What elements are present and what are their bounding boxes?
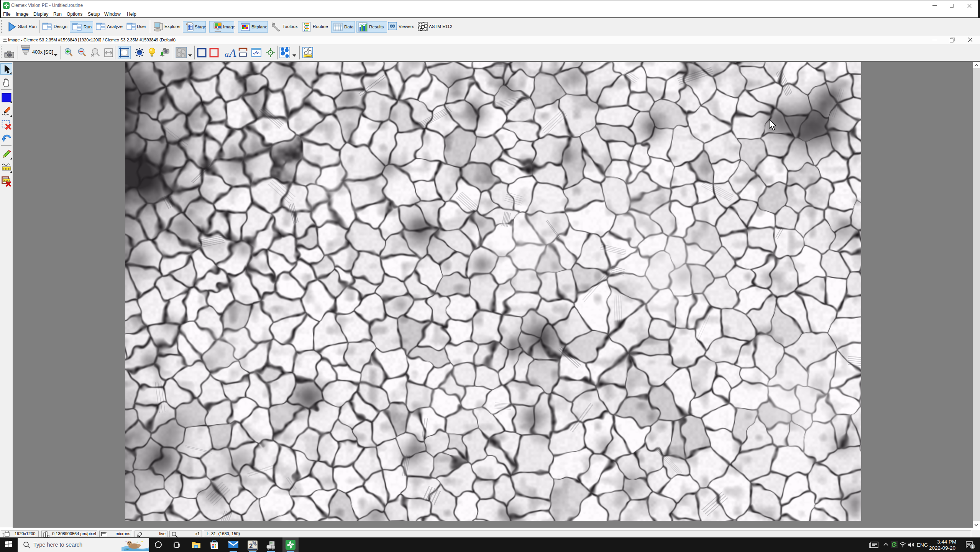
svg-text:A: A <box>228 47 236 58</box>
svg-text:a: a <box>225 49 229 58</box>
